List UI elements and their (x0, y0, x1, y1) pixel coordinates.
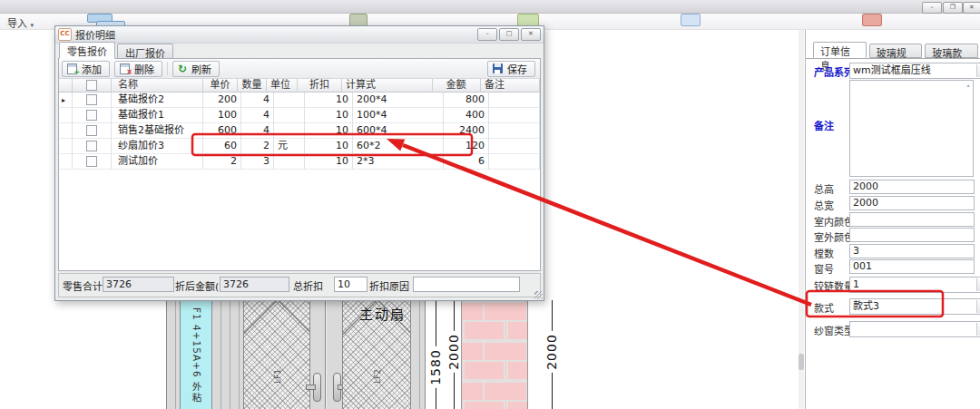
total-height-label: 总高 (814, 181, 834, 196)
dialog-titlebar[interactable]: CC 报价明细 – □ ✕ (55, 26, 544, 44)
row-checkbox[interactable] (86, 156, 97, 167)
hinge-count-label: 铰链数量 (814, 278, 854, 293)
app-minimize-button[interactable]: – (922, 2, 942, 14)
product-series-label: 产品系列 (814, 64, 854, 79)
save-button[interactable]: 保存 (487, 61, 535, 77)
row-checkbox[interactable] (86, 125, 97, 136)
dimension-value: 1580 (428, 346, 443, 388)
dialog-maximize-button[interactable]: □ (499, 28, 519, 41)
dimension-value: 2000 (544, 331, 559, 373)
tab-glass-spec[interactable]: 玻璃规格 (869, 44, 923, 58)
tab-factory-quote[interactable]: 出厂报价 (117, 44, 173, 59)
delete-icon: × (120, 63, 130, 74)
resize-grip[interactable] (534, 291, 543, 299)
total-height-field[interactable]: 2000 (849, 180, 975, 194)
total-discount-field[interactable]: 10 (334, 277, 368, 292)
row-checkbox[interactable] (86, 110, 97, 121)
quote-table-panel: + 添加 × 删除 ↻ 刷新 保存 名称 单价 数量 (58, 58, 541, 271)
product-series-select[interactable]: wm测试框扇压线 ▾ (849, 63, 980, 79)
active-sash-label: 主动扇 (359, 304, 406, 323)
style-label: 款式 (814, 300, 834, 315)
chevron-down-icon[interactable]: ▾ (976, 300, 980, 313)
discount-reason-field[interactable] (413, 277, 520, 292)
interior-color-label: 室内颜色 (814, 214, 854, 229)
total-width-field[interactable]: 2000 (849, 196, 975, 210)
quote-summary-bar: 零售合计(元) 3726 折后金额(元) 3726 总折扣 10 折扣原因 (58, 273, 541, 297)
window-number-label: 窗号 (814, 261, 834, 276)
refresh-button[interactable]: ↻ 刷新 (172, 61, 220, 77)
order-info-panel: 订单信息 玻璃规格 玻璃款式 产品系列 wm测试框扇压线 ▾ 备注 ▴ 总高 2… (805, 29, 980, 409)
dimension-line: 2000 (454, 300, 455, 409)
discounted-amount-field[interactable]: 3726 (220, 277, 289, 292)
scroll-up-icon[interactable]: ▴ (965, 82, 972, 88)
brick-pattern (462, 301, 527, 409)
panel-scrollbar[interactable] (799, 29, 804, 409)
retail-total-field[interactable]: 3726 (103, 277, 174, 292)
sash-opening-mark (243, 300, 311, 409)
discount-reason-label: 折扣原因 (369, 278, 409, 293)
import-menu-button[interactable]: 导入 ▾ (7, 15, 34, 30)
quote-detail-dialog: CC 报价明细 – □ ✕ 零售报价 出厂报价 + 添加 × 删除 ↻ 刷新 (54, 25, 544, 301)
dialog-title: 报价明细 (75, 27, 115, 42)
row-checkbox[interactable] (86, 141, 97, 151)
table-row[interactable]: 基础报价1 100 4 10 100*4 400 (59, 108, 540, 123)
table-row[interactable]: 销售2基础报价 600 4 10 600*4 2400 (59, 123, 540, 139)
quote-tabs: 零售报价 出厂报价 (59, 44, 175, 59)
quote-toolbar: + 添加 × 删除 ↻ 刷新 保存 (59, 59, 540, 79)
toolbar-icon[interactable] (681, 14, 701, 26)
exterior-color-label: 室外颜色 (814, 229, 854, 244)
import-label: 导入 (7, 18, 27, 30)
panel-tabs: 订单信息 玻璃规格 玻璃款式 (813, 44, 980, 58)
door-stiles (309, 300, 344, 409)
panel-scrollbar-thumb[interactable] (799, 354, 804, 370)
style-select[interactable]: 款式3 ▾ (849, 298, 980, 315)
save-icon (493, 63, 503, 73)
table-row[interactable]: ▸ 基础报价2 200 4 10 200*4 800 (59, 93, 540, 108)
dimension-line: 2000 (552, 300, 553, 409)
tab-glass-style[interactable]: 玻璃款式 (925, 44, 978, 58)
add-button[interactable]: + 添加 (62, 61, 110, 77)
dimension-value: 2000 (446, 331, 461, 373)
set-count-field[interactable]: 3 (849, 244, 975, 258)
quote-table: 名称 单价 数量 单位 折扣 计算式 金额 备注 ▸ 基础报价2 200 4 1… (59, 79, 540, 270)
chevron-down-icon[interactable]: ▾ (976, 278, 980, 291)
toolbar-icon[interactable] (517, 14, 539, 26)
glass-spec-label: F1 4+15A+6 外粘 (191, 303, 203, 406)
window-frame-profile (211, 300, 245, 409)
select-all-checkbox[interactable] (86, 80, 97, 91)
import-caret-icon: ▾ (31, 22, 34, 29)
screen-type-select[interactable]: ▾ (849, 321, 980, 337)
screen-type-label: 纱窗类型 (814, 323, 854, 337)
interior-color-field[interactable] (849, 212, 975, 227)
hinge-count-select[interactable]: 1 ▾ (849, 277, 980, 293)
glass-panel[interactable]: F1 4+15A+6 外粘 (180, 300, 213, 409)
table-row[interactable]: 测试加价 2 3 10 2*3 6 (59, 154, 540, 170)
dialog-close-button[interactable]: ✕ (521, 28, 541, 41)
table-header-row: 名称 单价 数量 单位 折扣 计算式 金额 备注 (59, 79, 540, 93)
delete-button[interactable]: × 删除 (114, 61, 162, 77)
app-close-button[interactable]: ✕ (963, 2, 980, 14)
tab-retail-quote[interactable]: 零售报价 (59, 42, 115, 59)
dialog-minimize-button[interactable]: – (477, 28, 497, 41)
toolbar-icon[interactable] (349, 14, 368, 26)
dialog-cc-icon: CC (58, 28, 72, 41)
current-row-marker-icon: ▸ (59, 96, 65, 104)
exterior-color-field[interactable] (849, 228, 975, 242)
chevron-down-icon[interactable]: ▾ (976, 323, 980, 336)
total-discount-label: 总折扣 (293, 278, 323, 293)
window-number-field[interactable]: 001 (849, 259, 975, 274)
toolbar-icon[interactable] (862, 14, 882, 26)
app-titlebar[interactable]: – ❐ ✕ (0, 0, 980, 14)
remark-label: 备注 (814, 118, 834, 132)
row-checkbox[interactable] (86, 94, 97, 105)
remark-textarea[interactable]: ▴ (849, 80, 974, 177)
app-restore-button[interactable]: ❐ (943, 2, 963, 14)
total-width-label: 总宽 (814, 198, 834, 212)
brick-wall (461, 300, 528, 409)
tabs-divider (806, 58, 980, 59)
table-row-highlighted[interactable]: 纱扇加价3 60 2 元 10 60*2 120 (59, 139, 540, 154)
app-root: { "colors":{"accent_red":"#e11d1d","glas… (0, 0, 980, 409)
tab-order-info[interactable]: 订单信息 (813, 42, 867, 58)
mesh-sash-left[interactable]: LF1 (243, 300, 311, 409)
chevron-down-icon[interactable]: ▾ (976, 64, 980, 77)
